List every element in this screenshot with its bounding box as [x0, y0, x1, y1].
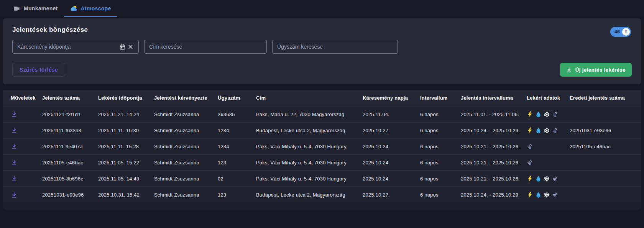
interval-cell: 6 napos [416, 138, 457, 154]
case-number-cell: 123 [214, 154, 252, 171]
original-report-number-cell: 20251105-e46bac [566, 138, 641, 154]
fetched-data-cell [523, 171, 566, 187]
address-search-input[interactable] [144, 40, 267, 54]
report-interval-cell: 2025.10.21. - 2025.10.26. [457, 154, 523, 171]
table-row: 20251031-e93e962025.10.31. 15:42Schmidt … [3, 187, 641, 203]
new-report-button-label: Új jelentés lekérése [575, 67, 626, 73]
tab-munkamenet[interactable]: Munkamenet [7, 0, 64, 17]
actions-cell [3, 106, 38, 122]
col-header-incident-date: Káresemény napja [359, 90, 416, 106]
reports-table: Műveletek Jelentés száma Lekérés időpont… [3, 90, 641, 203]
case-number-search-input[interactable] [272, 40, 398, 54]
requested-by-cell: Schmidt Zsuzsanna [150, 154, 214, 171]
incident-date-cell: 2025.11.04. [359, 106, 416, 122]
original-report-number-cell [566, 154, 641, 171]
actions-row: Szűrés törlése Új jelentés lekérése [12, 63, 632, 77]
dollar-coin-icon: $ [622, 28, 630, 36]
case-number-cell: 1234 [214, 138, 252, 154]
report-interval-cell: 2025.11.01. - 2025.11.06. [457, 106, 523, 122]
requested-by-cell: Schmidt Zsuzsanna [150, 138, 214, 154]
case-number-cell: 363636 [214, 106, 252, 122]
original-report-number-cell [566, 171, 641, 187]
download-icon [11, 192, 18, 198]
col-header-fetched-data: Lekért adatok [523, 90, 566, 106]
original-report-number-cell: 20251031-e93e96 [566, 122, 641, 138]
calendar-icon[interactable] [118, 43, 127, 51]
download-report-button[interactable] [11, 159, 18, 166]
table-body: 20251121-f2f1d12025.11.21. 14:24Schmidt … [3, 106, 641, 203]
case-number-cell: 123 [214, 187, 252, 203]
requested-at-cell: 2025.11.05. 14:43 [94, 171, 150, 187]
snowflake-icon [544, 192, 550, 198]
download-report-button[interactable] [11, 175, 18, 182]
col-header-original-report-number: Eredeti jelentés száma [566, 90, 641, 106]
report-number-cell: 20251111-f633a3 [38, 122, 94, 138]
requested-by-cell: Schmidt Zsuzsanna [150, 171, 214, 187]
original-report-number-cell [566, 106, 641, 122]
requested-by-cell: Schmidt Zsuzsanna [150, 106, 214, 122]
incident-date-cell: 2025.10.24. [359, 171, 416, 187]
snowflake-icon [544, 111, 550, 118]
page-title: Jelentések böngészése [12, 26, 632, 34]
report-interval-cell: 2025.10.24. - 2025.10.29. [457, 122, 523, 138]
fetched-data-cell [523, 106, 566, 122]
requested-at-cell: 2025.11.11. 15:30 [94, 122, 150, 138]
incident-date-filter[interactable] [12, 40, 139, 54]
incident-date-input[interactable] [13, 40, 118, 53]
requested-at-cell: 2025.10.31. 15:42 [94, 187, 150, 203]
tab-label: Munkamenet [24, 5, 58, 11]
download-report-button[interactable] [11, 143, 18, 150]
requested-by-cell: Schmidt Zsuzsanna [150, 187, 214, 203]
download-report-button[interactable] [11, 192, 18, 198]
interval-cell: 6 napos [416, 187, 457, 203]
wind-icon [552, 176, 559, 182]
report-number-cell: 20251105-e46bac [38, 154, 94, 171]
table-row: 20251105-8b696e2025.11.05. 14:43Schmidt … [3, 171, 641, 187]
report-interval-cell: 2025.10.21. - 2025.10.26. [457, 171, 523, 187]
actions-cell [3, 187, 38, 203]
raindrop-icon [535, 192, 542, 198]
table-row: 20251111-f633a32025.11.11. 15:30Schmidt … [3, 122, 641, 138]
download-report-button[interactable] [11, 111, 18, 118]
actions-cell [3, 154, 38, 171]
requested-at-cell: 2025.11.05. 15:22 [94, 154, 150, 171]
report-number-cell: 20251031-e93e96 [38, 187, 94, 203]
table-row: 20251105-e46bac2025.11.05. 15:22Schmidt … [3, 154, 641, 171]
incident-date-cell: 2025.10.24. [359, 154, 416, 171]
download-icon [11, 111, 18, 118]
report-interval-cell: 2025.10.24. - 2025.10.29. [457, 187, 523, 203]
address-cell: Budapest, Lecke utca 2, Magyarország [252, 187, 359, 203]
table-row: 20251121-f2f1d12025.11.21. 14:24Schmidt … [3, 106, 641, 122]
credits-badge[interactable]: 46 $ [610, 27, 631, 37]
fetched-data-cell [523, 154, 566, 171]
table-row: 20251111-9e407a2025.11.11. 15:28Schmidt … [3, 138, 641, 154]
download-icon [11, 159, 18, 166]
fetched-data-cell [523, 138, 566, 154]
snowflake-icon [544, 127, 550, 134]
tab-atmoscope[interactable]: Atmoscope [64, 0, 117, 17]
col-header-address: Cím [252, 90, 359, 106]
raindrop-icon [535, 176, 542, 182]
col-header-requested-by: Jelentést kérvényezte [150, 90, 214, 106]
clear-filter-button[interactable]: Szűrés törlése [12, 63, 65, 77]
lightning-icon [527, 111, 533, 118]
actions-cell [3, 138, 38, 154]
new-report-button[interactable]: Új jelentés lekérése [560, 63, 632, 77]
fetched-data-cell [523, 122, 566, 138]
wind-icon [552, 192, 559, 198]
address-cell: Paks, Váci Mihály u. 5-4, 7030 Hungary [252, 138, 359, 154]
address-cell: Paks, Mária u. 22, 7030 Magyarország [252, 106, 359, 122]
col-header-actions: Műveletek [3, 90, 38, 106]
top-nav: Munkamenet Atmoscope [0, 0, 644, 17]
requested-at-cell: 2025.11.11. 15:28 [94, 138, 150, 154]
original-report-number-cell [566, 187, 641, 203]
actions-cell [3, 122, 38, 138]
report-number-cell: 20251105-8b696e [38, 171, 94, 187]
requested-by-cell: Schmidt Zsuzsanna [150, 122, 214, 138]
download-icon [11, 143, 18, 150]
download-report-button[interactable] [11, 127, 18, 134]
col-header-interval: Intervallum [416, 90, 457, 106]
sun-cloud-icon [70, 5, 77, 12]
clear-x-icon[interactable] [127, 43, 135, 51]
report-number-cell: 20251111-9e407a [38, 138, 94, 154]
